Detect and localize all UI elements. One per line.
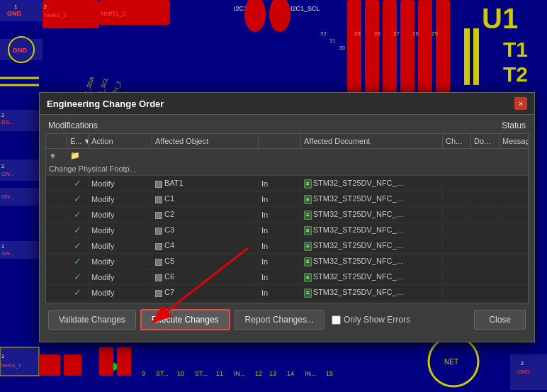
- row-in-2: In: [259, 208, 301, 221]
- row-object-3: C3: [152, 223, 259, 236]
- row-document-0: ≡STM32_ST25DV_NFC_...: [301, 177, 443, 191]
- row-action-8: Modify: [89, 302, 152, 304]
- row-checkbox-0[interactable]: ✓: [67, 176, 89, 191]
- table-row[interactable]: ✓ Modify C4 In ≡STM32_ST25DV_NFC_...: [46, 238, 528, 254]
- svg-text:GN...: GN...: [1, 250, 15, 257]
- group-row-footprint[interactable]: ▼ 📁 Change Physical Footp...: [46, 149, 528, 176]
- row-in-0: In: [259, 177, 301, 190]
- row-checkbox-2[interactable]: ✓: [67, 207, 89, 222]
- group-label: Change Physical Footp...: [46, 162, 528, 175]
- row-object-0: BAT1: [152, 177, 259, 189]
- svg-text:GN...: GN...: [1, 194, 15, 200]
- table-rows-container: ✓ Modify BAT1 In ≡STM32_ST25DV_NFC_... ✓…: [46, 176, 528, 303]
- section-headers: Modifications Status: [45, 121, 529, 130]
- row-expand-0: [46, 181, 67, 186]
- svg-text:29: 29: [354, 30, 361, 37]
- row-document-8: ≡STM32_ST25DV_NFC_...: [301, 301, 443, 304]
- svg-text:NET: NET: [444, 358, 458, 366]
- row-checkbox-4[interactable]: ✓: [67, 238, 89, 253]
- svg-text:2: 2: [1, 164, 4, 169]
- row-expand-7: [46, 291, 67, 295]
- row-checkbox-8[interactable]: ✓: [67, 301, 89, 303]
- svg-rect-25: [400, 0, 415, 92]
- row-ch-2: [443, 213, 471, 217]
- svg-text:27: 27: [393, 30, 400, 37]
- row-checkbox-1[interactable]: ✓: [67, 191, 89, 206]
- table-row[interactable]: ✓ Modify C3 In ≡STM32_ST25DV_NFC_...: [46, 223, 528, 238]
- svg-text:11: 11: [216, 370, 223, 377]
- col-header-message: Message: [500, 134, 529, 148]
- row-do-6: [471, 275, 500, 279]
- svg-rect-78: [473, 28, 479, 85]
- row-do-3: [471, 228, 500, 233]
- only-errors-checkbox[interactable]: [332, 315, 341, 325]
- svg-text:GND: GND: [7, 10, 22, 17]
- dialog-close-button[interactable]: ×: [514, 97, 527, 110]
- col-header-do: Do...: [471, 134, 500, 148]
- changes-table[interactable]: E... ▼ Action Affected Object Affected D…: [45, 133, 529, 303]
- col-header-in: [259, 134, 301, 148]
- row-expand-2: [46, 213, 67, 217]
- svg-rect-43: [64, 354, 81, 376]
- row-action-6: Modify: [89, 271, 152, 284]
- col-header-expand: [46, 134, 67, 148]
- row-do-7: [471, 291, 500, 295]
- table-row[interactable]: ✓ Modify C2 In ≡STM32_ST25DV_NFC_...: [46, 207, 528, 223]
- row-in-4: In: [259, 240, 301, 252]
- dialog-titlebar: Engineering Change Order ×: [40, 93, 534, 115]
- row-action-3: Modify: [89, 224, 152, 237]
- table-row[interactable]: ✓ Modify C5 In ≡STM32_ST25DV_NFC_...: [46, 254, 528, 269]
- svg-text:NetR1_2: NetR1_2: [44, 12, 67, 18]
- report-changes-button[interactable]: Report Changes...: [235, 310, 325, 330]
- only-errors-checkbox-label[interactable]: Only Show Errors: [332, 315, 410, 325]
- svg-text:IN...: IN...: [305, 370, 317, 377]
- svg-text:NetR1_2: NetR1_2: [101, 10, 126, 17]
- validate-changes-button[interactable]: Validate Changes: [48, 310, 136, 330]
- row-checkbox-3[interactable]: ✓: [67, 223, 89, 237]
- row-document-5: ≡STM32_ST25DV_NFC_...: [301, 254, 443, 269]
- row-checkbox-7[interactable]: ✓: [67, 285, 89, 300]
- row-in-1: In: [259, 193, 301, 206]
- svg-text:10: 10: [177, 370, 184, 377]
- table-row[interactable]: ✓ Modify C1 In ≡STM32_ST25DV_NFC_...: [46, 191, 528, 207]
- table-row[interactable]: ✓ Modify C8 In ≡STM32_ST25DV_NFC_...: [46, 301, 528, 303]
- row-document-3: ≡STM32_ST25DV_NFC_...: [301, 223, 443, 237]
- svg-text:ST...: ST...: [156, 370, 169, 377]
- table-header: E... ▼ Action Affected Object Affected D…: [46, 134, 528, 149]
- svg-text:26: 26: [412, 30, 419, 37]
- dialog-title: Engineering Change Order: [47, 99, 164, 109]
- row-in-5: In: [259, 255, 301, 268]
- row-action-5: Modify: [89, 255, 152, 268]
- svg-rect-21: [347, 0, 361, 92]
- svg-text:I2C1_SCL: I2C1_SCL: [291, 5, 320, 12]
- svg-text:31: 31: [329, 38, 336, 44]
- modifications-label: Modifications: [48, 121, 98, 130]
- row-do-5: [471, 259, 500, 264]
- row-action-0: Modify: [89, 177, 152, 190]
- row-do-0: [471, 181, 500, 186]
- svg-rect-1: [0, 0, 43, 21]
- svg-text:GN...: GN...: [1, 171, 15, 177]
- row-ch-1: [443, 197, 471, 201]
- row-checkbox-5[interactable]: ✓: [67, 254, 89, 269]
- row-checkbox-6[interactable]: ✓: [67, 269, 89, 284]
- svg-text:25: 25: [432, 30, 438, 37]
- row-do-2: [471, 213, 500, 217]
- table-row[interactable]: ✓ Modify C7 In ≡STM32_ST25DV_NFC_...: [46, 285, 528, 301]
- row-document-6: ≡STM32_ST25DV_NFC_...: [301, 270, 443, 284]
- group-folder-icon: 📁: [67, 149, 89, 162]
- execute-changes-button[interactable]: Execute Changes: [140, 309, 230, 330]
- row-expand-1: [46, 197, 67, 201]
- col-header-action: Action: [89, 134, 152, 148]
- svg-rect-42: [39, 354, 60, 376]
- col-header-enabled[interactable]: E... ▼: [67, 134, 89, 148]
- table-row[interactable]: ✓ Modify BAT1 In ≡STM32_ST25DV_NFC_...: [46, 176, 528, 191]
- row-ch-4: [443, 244, 471, 248]
- table-row[interactable]: ✓ Modify C6 In ≡STM32_ST25DV_NFC_...: [46, 269, 528, 285]
- expand-icon[interactable]: ▼: [46, 150, 67, 162]
- row-action-1: Modify: [89, 193, 152, 206]
- svg-rect-64: [99, 347, 113, 376]
- svg-text:U1: U1: [482, 3, 518, 34]
- row-ch-5: [443, 259, 471, 264]
- close-button[interactable]: Close: [474, 310, 526, 330]
